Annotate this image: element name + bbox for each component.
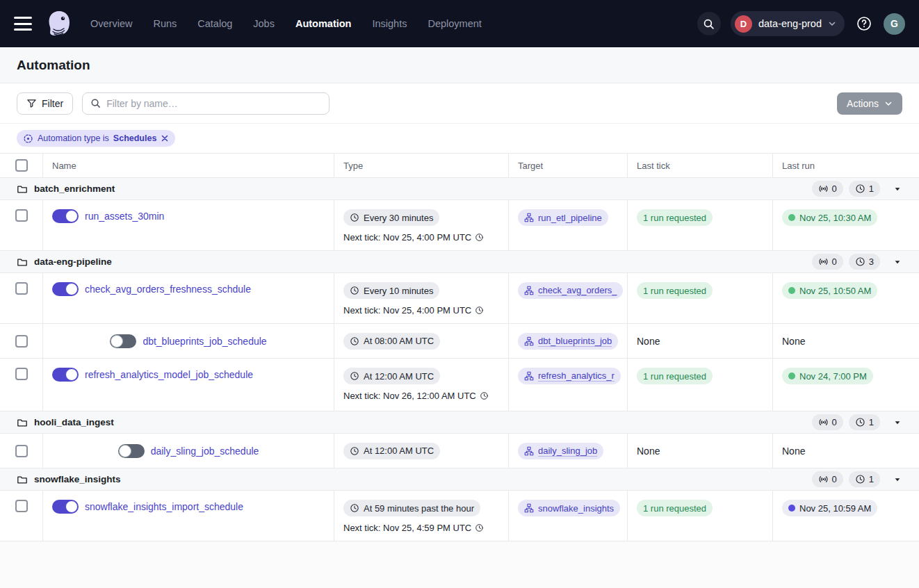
last-run-none: None	[782, 336, 910, 347]
collapse-group-icon[interactable]	[894, 419, 901, 426]
user-avatar[interactable]: G	[884, 13, 905, 35]
job-icon	[524, 336, 534, 346]
global-search-button[interactable]	[697, 12, 721, 35]
clock-icon	[475, 306, 484, 315]
deployment-badge: D	[735, 15, 752, 33]
collapse-group-icon[interactable]	[894, 476, 901, 483]
active-filters-row: Automation type is Schedules	[0, 124, 919, 154]
nav-item-runs[interactable]: Runs	[153, 18, 177, 29]
group-name: snowflake_insights	[34, 474, 121, 484]
select-all-checkbox[interactable]	[15, 159, 28, 172]
hamburger-menu-icon[interactable]	[14, 17, 32, 31]
schedule-type-pill: Every 30 minutes	[343, 209, 439, 226]
group-row-batch-enrichment[interactable]: batch_enrichment 0 1	[0, 178, 919, 200]
nav-right: D data-eng-prod G	[697, 11, 905, 36]
actions-button[interactable]: Actions	[837, 92, 902, 115]
schedule-count-badge[interactable]: 3	[849, 254, 880, 270]
collapse-group-icon[interactable]	[894, 186, 901, 193]
nav-item-automation[interactable]: Automation	[295, 18, 352, 29]
last-tick-pill[interactable]: 1 run requested	[637, 209, 713, 226]
table-row: daily_sling_job_schedule At 12:00 AM UTC…	[0, 434, 919, 468]
row-checkbox[interactable]	[15, 368, 28, 380]
row-checkbox[interactable]	[15, 282, 28, 295]
schedule-name-link[interactable]: run_assets_30min	[85, 209, 164, 223]
schedule-count-badge[interactable]: 1	[849, 181, 880, 197]
schedule-toggle[interactable]	[52, 282, 79, 296]
nav-item-jobs[interactable]: Jobs	[253, 18, 275, 29]
last-run-pill[interactable]: Nov 25, 10:59 AM	[782, 500, 877, 516]
nav-item-catalog[interactable]: Catalog	[197, 18, 232, 29]
page-title-bar: Automation	[0, 47, 919, 83]
last-run-pill[interactable]: Nov 25, 10:30 AM	[782, 209, 877, 226]
page-title: Automation	[17, 58, 90, 73]
run-status-dot	[788, 373, 795, 379]
filter-button[interactable]: Filter	[17, 92, 73, 115]
remove-filter-icon[interactable]	[161, 134, 169, 142]
row-checkbox[interactable]	[15, 209, 28, 222]
collapse-group-icon[interactable]	[894, 259, 901, 266]
sensor-count-badge[interactable]: 0	[812, 471, 843, 487]
clock-icon	[480, 391, 489, 400]
schedule-toggle[interactable]	[52, 500, 79, 514]
last-tick-pill[interactable]: 1 run requested	[637, 500, 713, 516]
last-run-pill[interactable]: Nov 25, 10:50 AM	[782, 282, 877, 299]
deployment-name: data-eng-prod	[758, 18, 822, 29]
schedule-name-link[interactable]: refresh_analytics_model_job_schedule	[85, 368, 253, 382]
schedule-toggle[interactable]	[110, 334, 136, 348]
last-run-pill[interactable]: Nov 24, 7:00 PM	[782, 368, 873, 384]
automation-type-icon	[23, 133, 33, 144]
last-tick-pill[interactable]: 1 run requested	[637, 368, 713, 384]
schedule-count-badge[interactable]: 1	[849, 471, 880, 487]
folder-icon	[17, 417, 28, 428]
nav-item-insights[interactable]: Insights	[372, 18, 407, 29]
job-icon	[524, 286, 534, 295]
nav-links: Overview Runs Catalog Jobs Automation In…	[90, 18, 482, 29]
filter-tag-automation-type[interactable]: Automation type is Schedules	[17, 130, 175, 147]
schedule-toggle[interactable]	[52, 368, 79, 382]
help-button[interactable]	[854, 14, 874, 33]
target-job-pill[interactable]: dbt_blueprints_job	[518, 333, 618, 350]
schedule-toggle[interactable]	[118, 444, 145, 458]
schedule-name-link[interactable]: daily_sling_job_schedule	[151, 444, 259, 458]
sensor-count-badge[interactable]: 0	[812, 181, 843, 197]
target-job-pill[interactable]: refresh_analytics_r	[518, 368, 621, 384]
name-filter-field	[82, 92, 330, 115]
schedule-type-pill: At 08:00 AM UTC	[343, 333, 440, 350]
schedule-name-link[interactable]: check_avg_orders_freshness_schdule	[85, 282, 251, 296]
group-row-data-eng-pipeline[interactable]: data-eng-pipeline 0 3	[0, 251, 919, 273]
last-tick-none: None	[637, 446, 763, 457]
row-checkbox[interactable]	[15, 335, 28, 348]
table-row: dbt_blueprints_job_schedule At 08:00 AM …	[0, 324, 919, 359]
target-job-pill[interactable]: run_etl_pipeline	[518, 209, 608, 226]
row-checkbox[interactable]	[15, 500, 28, 512]
column-header-type: Type	[334, 154, 509, 177]
schedule-toggle[interactable]	[52, 209, 79, 223]
sensor-count-badge[interactable]: 0	[812, 414, 843, 430]
target-job-pill[interactable]: check_avg_orders_	[518, 282, 623, 299]
target-job-pill[interactable]: snowflake_insights	[518, 500, 620, 516]
job-icon	[524, 503, 534, 513]
group-row-hooli-data-ingest[interactable]: hooli_data_ingest 0 1	[0, 411, 919, 434]
nav-item-deployment[interactable]: Deployment	[428, 18, 481, 29]
search-icon	[90, 98, 101, 108]
table-row: run_assets_30min Every 30 minutes Next t…	[0, 200, 919, 251]
automation-page: Overview Runs Catalog Jobs Automation In…	[0, 0, 919, 588]
dagster-logo-icon[interactable]	[44, 9, 74, 38]
last-tick-none: None	[637, 336, 763, 347]
schedule-count-badge[interactable]: 1	[849, 414, 880, 430]
folder-icon	[17, 256, 28, 268]
next-tick-text: Next tick: Nov 26, 12:00 AM UTC	[343, 391, 499, 401]
sensor-count-badge[interactable]: 0	[812, 254, 843, 270]
group-row-snowflake-insights[interactable]: snowflake_insights 0 1	[0, 468, 919, 491]
nav-item-overview[interactable]: Overview	[90, 18, 132, 29]
target-job-pill[interactable]: daily_sling_job	[518, 443, 603, 459]
name-filter-input[interactable]	[106, 98, 321, 109]
schedule-name-link[interactable]: snowflake_insights_import_schedule	[85, 500, 243, 514]
filter-tag-value: Schedules	[113, 133, 157, 143]
row-checkbox[interactable]	[15, 445, 28, 457]
schedule-type-pill: At 59 minutes past the hour	[343, 500, 480, 516]
deployment-switcher[interactable]: D data-eng-prod	[731, 11, 845, 36]
schedule-name-link[interactable]: dbt_blueprints_job_schedule	[143, 334, 266, 348]
run-status-dot	[788, 505, 795, 512]
last-tick-pill[interactable]: 1 run requested	[637, 282, 713, 299]
